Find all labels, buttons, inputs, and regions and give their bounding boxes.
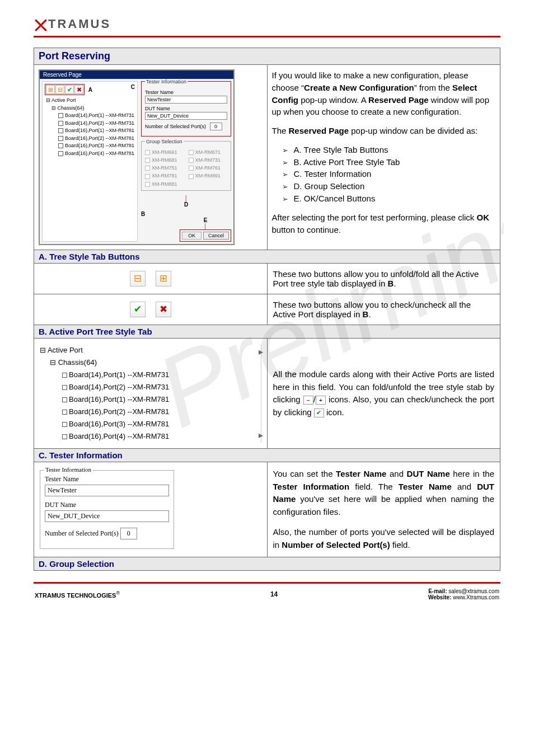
uncheck-icon[interactable]: ✖ (156, 302, 171, 317)
section-c-text2: Also, the number of ports you've selecte… (273, 526, 495, 551)
box-legend: Tester Information (44, 466, 93, 473)
minus-icon: − (303, 396, 313, 405)
section-a-text: These two buttons allow you to unfold/fo… (273, 269, 479, 288)
fieldset-legend: Tester Information (145, 79, 188, 84)
page-footer: XTRAMUS TECHNOLOGIES® 14 E-mail: sales@x… (34, 582, 500, 605)
name-label: Tester Name (45, 475, 169, 483)
ports-count-label: Number of Selected Port(s) (45, 529, 119, 537)
footer-company: XTRAMUS TECHNOLOGIES (35, 592, 116, 599)
list-item: A. Tree Style Tab Buttons (282, 144, 496, 156)
intro-list: A. Tree Style Tab Buttons B. Active Port… (272, 144, 496, 205)
fold-icon[interactable]: ⊞ (156, 271, 171, 287)
tester-info-box: Tester Information Tester Name NewTester… (40, 470, 174, 549)
ports-value: 0 (210, 123, 222, 130)
dut-name-input[interactable]: New_DUT_Device (45, 510, 169, 522)
list-item: C. Tester Information (282, 168, 496, 180)
list-item: B. Active Port Tree Style Tab (282, 156, 496, 168)
page-number: 14 (120, 590, 428, 598)
footer-website: www.Xtramus.com (453, 594, 499, 600)
label-a: A (88, 87, 92, 93)
brand-logo: TRAMUS (34, 17, 500, 31)
cancel-button[interactable]: Cancel (203, 232, 229, 240)
tree-item[interactable]: Board(16),Port(2) --XM-RM781 (69, 407, 169, 416)
group-item[interactable]: XM-RM661 (152, 149, 177, 155)
tree-root: Active Port (48, 346, 83, 354)
tree-chassis: Chassis(64) (58, 105, 85, 111)
tester-name-label: Tester Name (145, 90, 227, 95)
logo-text: TRAMUS (48, 17, 111, 31)
group-item[interactable]: XM-RM671 (195, 149, 221, 155)
tree-item[interactable]: Board(14),Port(1) --XM-RM731 (69, 370, 169, 379)
section-b-header: B. Active Port Tree Style Tab (34, 325, 500, 338)
section-a-text2: These two buttons allow you to check/unc… (273, 300, 471, 319)
tree-root: Active Port (51, 97, 76, 103)
tree-item[interactable]: Board(16),Port(3) --XM-RM781 (69, 420, 169, 428)
window-title: Reserved Page (40, 71, 233, 79)
plus-icon: + (316, 396, 326, 405)
section-d-header: D. Group Selection (34, 557, 500, 571)
group-item[interactable]: XM-RM731 (195, 157, 221, 163)
tree-item[interactable]: Board(16),Port(4) --XM-RM781 (65, 151, 134, 156)
section-b-text: All the module cards along with their Ac… (273, 368, 495, 419)
tree-item[interactable]: Board(14),Port(1) --XM-RM731 (65, 112, 134, 118)
port-tree-large: ▸ ⊟ Active Port ⊟ Chassis(64) Board(14),… (40, 344, 261, 443)
tester-info-fieldset: Tester Information Tester Name NewTester… (141, 81, 231, 137)
tree-item[interactable]: Board(16),Port(1) --XM-RM781 (65, 128, 134, 133)
tree-item[interactable]: Board(16),Port(3) --XM-RM781 (65, 143, 134, 148)
label-c: C (131, 84, 135, 90)
ok-button[interactable]: OK (182, 232, 202, 240)
tree-item[interactable]: Board(14),Port(2) --XM-RM731 (65, 120, 134, 126)
ports-count-value: 0 (120, 528, 137, 539)
section-c-text1: You can set the Tester Name and DUT Name… (273, 468, 495, 518)
reserved-page-window: Reserved Page ⊞ ⊟ ✔ ✖ A C (39, 69, 235, 245)
dut-name-input[interactable]: New_DUT_Device (145, 112, 227, 120)
logo-x-icon (34, 17, 48, 31)
checkbox-icon: ✔ (314, 408, 324, 417)
tester-name-input[interactable]: NewTester (45, 485, 169, 496)
tree-chassis: Chassis(64) (58, 358, 97, 367)
section-title: Port Reserving (34, 48, 500, 64)
check-icon[interactable]: ✔ (130, 302, 146, 317)
group-item[interactable]: XM-RM761 (195, 165, 221, 171)
tree-item[interactable]: Board(16),Port(1) --XM-RM781 (69, 395, 169, 403)
label-e: E (204, 217, 208, 223)
group-item[interactable]: XM-RM751 (152, 165, 177, 171)
unfold-icon[interactable]: ⊟ (130, 271, 146, 287)
expand-icon[interactable]: ⊞ (46, 85, 55, 94)
port-tree-small: ⊟ Active Port ⊟ Chassis(64) Board(14),Po… (45, 97, 135, 157)
uncheck-all-icon[interactable]: ✖ (74, 85, 83, 94)
section-c-header: C. Tester Information (34, 449, 500, 462)
section-a-header: A. Tree Style Tab Buttons (34, 250, 500, 263)
group-selection-fieldset: Group Selection XM-RM661 XM-RM671 XM-RM6… (141, 141, 231, 191)
content-table: Reserved Page ⊞ ⊟ ✔ ✖ A C (34, 64, 500, 571)
toolbar-buttons: ⊞ ⊟ ✔ ✖ (45, 84, 85, 95)
group-item[interactable]: XM-RM681 (152, 157, 177, 163)
group-item[interactable]: XM-RM881 (152, 181, 177, 187)
tree-item[interactable]: Board(16),Port(2) --XM-RM781 (65, 135, 134, 141)
footer-email: sales@xtramus.com (448, 588, 499, 594)
group-legend: Group Selection (145, 139, 184, 144)
tester-name-input[interactable]: NewTester (145, 96, 227, 104)
ports-label: Number of Selected Port(s) (145, 124, 206, 129)
collapse-icon[interactable]: ⊟ (55, 85, 64, 94)
group-item[interactable]: XM-RM781 (152, 173, 177, 179)
tree-item[interactable]: Board(14),Port(2) --XM-RM731 (69, 383, 169, 391)
group-item[interactable]: XM-RM891 (195, 173, 221, 179)
intro-description: If you would like to make a new configur… (272, 69, 496, 236)
dut-name-label: DUT Name (145, 106, 227, 111)
tree-item[interactable]: Board(16),Port(4) --XM-RM781 (69, 432, 169, 440)
header-rule (34, 36, 500, 37)
list-item: E. OK/Cancel Buttons (282, 192, 496, 205)
label-b: B (141, 211, 231, 217)
dut-label: DUT Name (45, 501, 169, 509)
list-item: D. Group Selection (282, 180, 496, 192)
label-d: D (141, 201, 231, 208)
check-all-icon[interactable]: ✔ (65, 85, 74, 94)
